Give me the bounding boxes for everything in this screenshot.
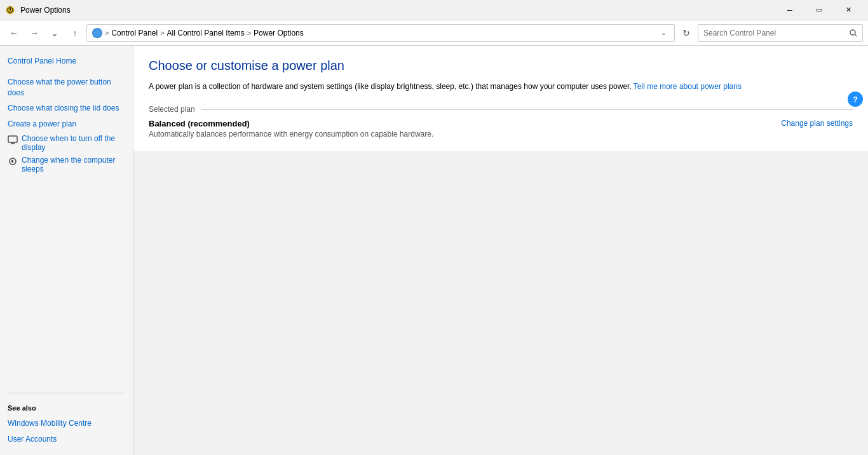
sidebar-item-sleep[interactable]: Change when the computer sleeps [0,154,133,175]
sidebar-item-accounts[interactable]: User Accounts [0,431,133,447]
breadcrumb-all-items[interactable]: All Control Panel Items [167,29,245,37]
selected-plan-label: Selected plan [149,105,195,114]
up-button[interactable]: ↑ [66,24,84,42]
content-wrapper: Choose or customise a power plan A power… [133,46,868,455]
sidebar-item-power-button[interactable]: Choose what the power button does [0,74,133,101]
app-icon [5,5,15,15]
breadcrumb-bar: > Control Panel > All Control Panel Item… [86,24,675,42]
content-area: Choose or customise a power plan A power… [133,46,868,151]
see-also-section: See also Windows Mobility Centre User Ac… [0,383,133,447]
search-box [698,24,863,42]
content-description: A power plan is a collection of hardware… [149,81,853,92]
sidebar-divider [8,393,125,393]
selected-plan-header: Selected plan [149,105,853,114]
minimize-button[interactable]: ─ [775,0,804,20]
main-container: Control Panel Home Choose what the power… [0,46,868,455]
sidebar-item-display[interactable]: Choose when to turn off the display [0,132,133,154]
see-also-header: See also [0,398,133,416]
selected-plan-section: Selected plan Balanced (recommended) Aut… [149,105,853,139]
change-plan-link[interactable]: Change plan settings [781,119,853,128]
display-icon [8,135,18,145]
learn-more-link[interactable]: Tell me more about power plans [634,82,742,91]
forward-button[interactable]: → [25,24,43,42]
window-controls: ─ ▭ ✕ [775,0,863,20]
search-input[interactable] [698,29,844,37]
address-bar: ← → ⌄ ↑ > Control Panel > All Control Pa… [0,20,868,46]
breadcrumb-current: Power Options [254,29,304,37]
title-bar: Power Options ─ ▭ ✕ [0,0,868,20]
sidebar-item-create-plan[interactable]: Create a power plan [0,116,133,132]
selected-plan-line [201,109,853,110]
search-button[interactable] [844,25,862,41]
recent-pages-button[interactable]: ⌄ [46,24,64,42]
close-button[interactable]: ✕ [834,0,863,20]
page-title: Choose or customise a power plan [149,58,853,73]
plan-desc: Automatically balances performance with … [149,130,433,139]
sidebar-item-mobility[interactable]: Windows Mobility Centre [0,416,133,431]
description-text: A power plan is a collection of hardware… [149,82,632,91]
sidebar-item-display-label: Choose when to turn off the display [22,134,125,152]
sidebar-item-lid[interactable]: Choose what closing the lid does [0,100,133,116]
window-title: Power Options [20,6,71,15]
title-bar-left: Power Options [5,5,71,15]
plan-row: Balanced (recommended) Automatically bal… [149,119,853,139]
sidebar-item-sleep-label: Change when the computer sleeps [22,156,125,173]
refresh-button[interactable]: ↻ [677,24,695,42]
svg-rect-3 [8,136,17,142]
back-button[interactable]: ← [5,24,23,42]
plan-name: Balanced (recommended) [149,119,433,128]
svg-line-2 [855,34,857,36]
sidebar-item-home[interactable]: Control Panel Home [0,53,133,69]
sleep-icon [8,156,18,166]
breadcrumb-dropdown-button[interactable]: ⌄ [658,29,669,37]
control-panel-icon [92,28,102,38]
plan-info: Balanced (recommended) Automatically bal… [149,119,433,139]
breadcrumb-control-panel[interactable]: Control Panel [111,29,158,37]
help-button[interactable]: ? [848,92,863,107]
sidebar: Control Panel Home Choose what the power… [0,46,133,455]
search-icon [850,29,857,37]
svg-point-1 [850,30,855,35]
restore-button[interactable]: ▭ [804,0,834,20]
